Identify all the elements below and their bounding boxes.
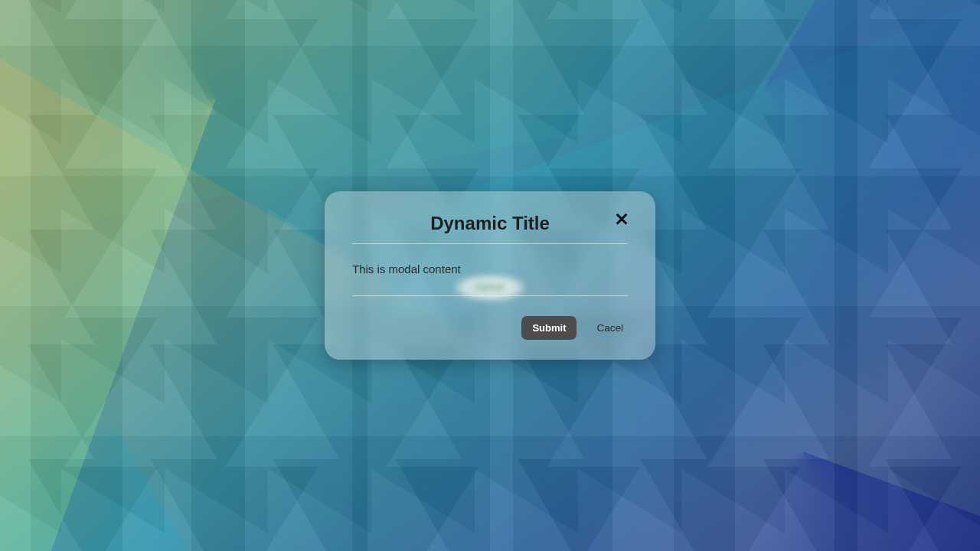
modal-dialog: Dynamic Title This is modal content POPU… (325, 191, 655, 360)
modal-body: This is modal content POPUP (352, 262, 628, 296)
popup-trigger-label: POPUP (475, 284, 504, 292)
close-button[interactable] (611, 208, 632, 230)
modal-content-text: This is modal content (352, 262, 628, 276)
popup-trigger-ghost: POPUP (455, 275, 525, 301)
modal-header: Dynamic Title (352, 213, 628, 244)
submit-button[interactable]: Submit (521, 316, 577, 340)
modal-title: Dynamic Title (430, 213, 550, 234)
modal-footer: Submit Cacel (352, 316, 628, 340)
close-icon (614, 210, 629, 228)
cancel-button[interactable]: Cacel (592, 316, 628, 340)
